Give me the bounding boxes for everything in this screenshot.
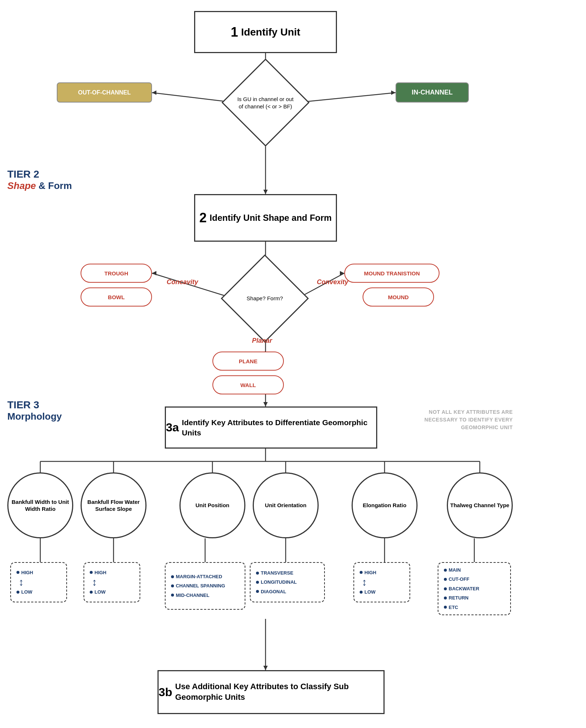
convexity-label: Convexity bbox=[317, 278, 348, 286]
diamond2: Shape? Form? bbox=[221, 255, 309, 342]
oval-trough: TROUGH bbox=[81, 264, 152, 283]
step2-box: 2 Identify Unit Shape and Form bbox=[194, 194, 337, 242]
svg-marker-18 bbox=[263, 402, 268, 406]
diagram-container: TIER 2 Shape & Form TIER 3 Morphology 1 … bbox=[0, 0, 586, 728]
svg-marker-34 bbox=[263, 666, 268, 670]
dash-highlow2: HIGH ↕ LOW bbox=[84, 562, 140, 602]
dash-position-options: MARGIN-ATTACHED CHANNEL SPANNING MID-CHA… bbox=[165, 562, 245, 610]
circle-bfw: Bankfull Width to Unit Width Ratio bbox=[7, 472, 73, 538]
note-text: NOT ALL KEY ATTRIBUTES ARE NECESSARY TO … bbox=[403, 408, 513, 431]
oval-mound-transition: MOUND TRANISTION bbox=[344, 264, 440, 283]
circle-thalweg: Thalweg Channel Type bbox=[447, 472, 513, 538]
in-channel-box: IN-CHANNEL bbox=[396, 82, 469, 103]
svg-marker-11 bbox=[152, 271, 156, 275]
circle-slope: Bankfull Flow Water Surface Slope bbox=[81, 472, 146, 538]
step3a-box: 3a Identify Key Attributes to Differenti… bbox=[165, 406, 377, 449]
step1-box: 1 Identify Unit bbox=[194, 11, 337, 53]
svg-line-4 bbox=[297, 93, 396, 103]
svg-marker-7 bbox=[263, 190, 268, 194]
concavity-label: Concavity bbox=[167, 278, 198, 286]
out-channel-box: OUT-OF-CHANNEL bbox=[57, 82, 152, 103]
diamond1: Is GU in channel or out of channel (< or… bbox=[222, 59, 309, 146]
oval-mound: MOUND bbox=[363, 287, 434, 307]
circle-position: Unit Position bbox=[179, 472, 245, 538]
dash-orientation-options: TRANSVERSE LONGITUDINAL DIAGONAL bbox=[250, 562, 325, 602]
svg-marker-3 bbox=[152, 90, 156, 95]
tier3-label: TIER 3 Morphology bbox=[7, 399, 62, 422]
svg-marker-13 bbox=[340, 271, 344, 275]
svg-marker-5 bbox=[391, 90, 396, 95]
dash-thalweg-options: MAIN CUT-OFF BACKWATER RETURN ETC bbox=[438, 562, 511, 615]
oval-plane: PLANE bbox=[212, 352, 284, 371]
circle-elongation: Elongation Ratio bbox=[352, 472, 418, 538]
dash-highlow1: HIGH ↕ LOW bbox=[10, 562, 67, 602]
step3b-box: 3b Use Additional Key Attributes to Clas… bbox=[157, 670, 385, 714]
oval-wall: WALL bbox=[212, 375, 284, 394]
circle-orientation: Unit Orientation bbox=[253, 472, 319, 538]
oval-bowl: BOWL bbox=[81, 287, 152, 307]
dash-highlow3: HIGH ↕ LOW bbox=[353, 562, 410, 602]
tier2-label: TIER 2 Shape & Form bbox=[7, 168, 72, 192]
planar-label: Planar bbox=[252, 337, 272, 345]
